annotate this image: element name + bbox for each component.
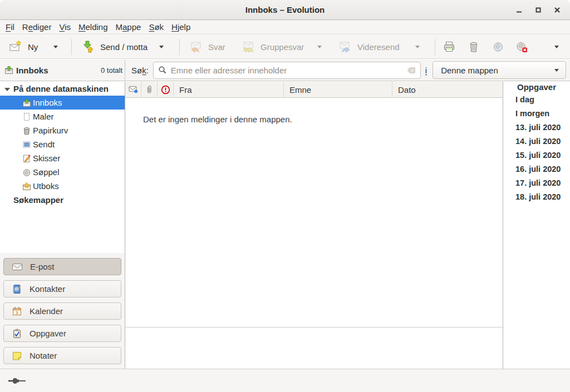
tree-root-this-computer[interactable]: På denne datamaskinen bbox=[0, 82, 125, 96]
junk-icon bbox=[22, 168, 31, 177]
tasks-icon bbox=[12, 329, 22, 339]
search-scope-dropdown[interactable]: Denne mappen bbox=[433, 61, 566, 79]
reply-icon bbox=[189, 40, 203, 53]
switcher-memos-button[interactable]: Notater bbox=[3, 347, 121, 364]
folder-skisser[interactable]: Skisser bbox=[0, 151, 125, 165]
status-bar bbox=[0, 369, 570, 392]
task-group-today[interactable]: I dag bbox=[503, 93, 570, 107]
new-mail-icon bbox=[9, 40, 22, 53]
menu-hjelp[interactable]: Hjelp bbox=[168, 21, 194, 33]
menu-mappe[interactable]: Mappe bbox=[112, 21, 145, 33]
search-icon bbox=[158, 66, 167, 75]
folder-label: Innboks bbox=[33, 98, 62, 107]
folder-label: Utboks bbox=[33, 181, 59, 191]
message-list-pane: Fra Emne Dato Det er ingen meldinger i d… bbox=[125, 82, 503, 369]
column-fra[interactable]: Fra bbox=[174, 82, 284, 97]
window-controls bbox=[510, 0, 567, 19]
forward-button[interactable]: Videresend bbox=[334, 37, 400, 56]
send-receive-dropdown[interactable] bbox=[155, 37, 168, 56]
menu-rediger[interactable]: Rediger bbox=[18, 21, 56, 33]
column-emne[interactable]: Emne bbox=[284, 82, 392, 97]
search-placeholder: Emne eller adresser inneholder bbox=[171, 66, 406, 75]
outbox-icon bbox=[22, 182, 31, 191]
new-message-dropdown[interactable] bbox=[49, 37, 62, 56]
send-receive-button[interactable]: Send / motta bbox=[77, 37, 148, 56]
content: På denne datamaskinen Innboks Maler bbox=[0, 82, 570, 369]
svg-text:@: @ bbox=[15, 287, 19, 291]
task-group-date[interactable]: 17. juli 2020 bbox=[503, 176, 570, 190]
column-priority[interactable] bbox=[158, 82, 174, 97]
group-reply-dropdown[interactable] bbox=[313, 37, 326, 56]
calendar-icon: 3 bbox=[12, 306, 22, 316]
folder-tree: På denne datamaskinen Innboks Maler bbox=[0, 82, 125, 253]
switcher-mail-button[interactable]: E-post bbox=[3, 258, 121, 275]
task-group-date[interactable]: 14. juli 2020 bbox=[503, 135, 570, 148]
inbox-icon bbox=[22, 98, 31, 107]
preview-pane bbox=[125, 328, 503, 369]
mail-icon bbox=[12, 262, 23, 272]
close-button[interactable] bbox=[548, 1, 567, 19]
folder-sendt[interactable]: Sendt bbox=[0, 137, 125, 151]
folder-utboks[interactable]: Utboks bbox=[0, 179, 125, 193]
empty-folder-message: Det er ingen meldinger i denne mappen. bbox=[143, 115, 292, 124]
task-group-date[interactable]: 18. juli 2020 bbox=[503, 190, 570, 204]
search-label: Søk: bbox=[131, 66, 149, 75]
switcher-contacts-button[interactable]: @ Kontakter bbox=[3, 280, 121, 297]
forward-icon bbox=[338, 40, 352, 53]
new-message-button[interactable]: Ny bbox=[3, 37, 38, 56]
task-group-date[interactable]: 15. juli 2020 bbox=[503, 148, 570, 162]
switcher-label: Kontakter bbox=[30, 284, 65, 294]
folder-innboks[interactable]: Innboks bbox=[0, 96, 125, 110]
drafts-icon bbox=[22, 154, 31, 163]
print-button[interactable] bbox=[440, 37, 458, 56]
switcher-tasks-button[interactable]: Oppgaver bbox=[3, 325, 121, 342]
not-junk-icon bbox=[515, 40, 528, 53]
online-status-icon[interactable] bbox=[8, 376, 27, 385]
group-reply-button[interactable]: Gruppesvar bbox=[237, 37, 304, 56]
column-dato[interactable]: Dato bbox=[392, 82, 503, 97]
junk-icon bbox=[492, 40, 505, 53]
folder-label: Skisser bbox=[33, 153, 60, 163]
search-input[interactable]: Emne eller adresser inneholder bbox=[153, 62, 421, 79]
tree-root-label: Søkemapper bbox=[13, 195, 63, 205]
folder-maler[interactable]: Maler bbox=[0, 110, 125, 123]
sent-icon bbox=[22, 140, 31, 149]
switcher-calendar-button[interactable]: 3 Kalender bbox=[3, 302, 121, 320]
expander-icon[interactable] bbox=[4, 88, 10, 91]
task-pane: Oppgaver I dag I morgen 13. juli 2020 14… bbox=[503, 82, 570, 369]
column-attachment[interactable] bbox=[141, 82, 158, 97]
tree-root-search-folders[interactable]: Søkemapper bbox=[0, 193, 125, 207]
menu-sok[interactable]: Søk bbox=[145, 21, 168, 33]
toolbar: Ny Send / motta Svar bbox=[0, 35, 570, 59]
task-group-date[interactable]: 13. juli 2020 bbox=[503, 121, 570, 135]
switcher-label: Notater bbox=[30, 351, 57, 360]
menubar: Fil Rediger Vis Melding Mappe Søk Hjelp bbox=[0, 20, 570, 34]
priority-icon bbox=[161, 85, 170, 95]
search-area: Søk: Emne eller adresser inneholder i De… bbox=[125, 59, 570, 81]
minimize-button[interactable] bbox=[510, 1, 529, 19]
junk-button[interactable] bbox=[489, 37, 507, 56]
menu-vis[interactable]: Vis bbox=[55, 21, 75, 33]
search-row: Innboks 0 totalt Søk: Emne eller adresse… bbox=[0, 59, 570, 81]
task-pane-title: Oppgaver bbox=[503, 82, 570, 93]
maximize-button[interactable] bbox=[529, 1, 548, 19]
toolbar-overflow-button[interactable] bbox=[550, 37, 563, 56]
forward-dropdown[interactable] bbox=[411, 37, 424, 56]
not-junk-button[interactable] bbox=[513, 37, 530, 56]
folder-soppel[interactable]: Søppel bbox=[0, 165, 125, 179]
folder-sidebar: På denne datamaskinen Innboks Maler bbox=[0, 82, 125, 369]
menu-fil[interactable]: Fil bbox=[2, 21, 18, 33]
task-group-date[interactable]: 16. juli 2020 bbox=[503, 162, 570, 176]
column-read-status[interactable] bbox=[125, 82, 141, 97]
message-list[interactable]: Det er ingen meldinger i denne mappen. bbox=[125, 98, 503, 328]
reply-button[interactable]: Svar bbox=[185, 37, 225, 56]
group-reply-label: Gruppesvar bbox=[261, 42, 304, 52]
folder-papirkurv[interactable]: Papirkurv bbox=[0, 123, 125, 137]
print-icon bbox=[443, 40, 456, 53]
view-switcher: E-post @ Kontakter bbox=[0, 253, 125, 369]
window-title: Innboks – Evolution bbox=[0, 5, 570, 14]
clear-search-icon[interactable] bbox=[406, 66, 416, 75]
task-group-tomorrow[interactable]: I morgen bbox=[503, 107, 570, 121]
delete-button[interactable] bbox=[465, 37, 483, 56]
menu-melding[interactable]: Melding bbox=[75, 21, 112, 33]
